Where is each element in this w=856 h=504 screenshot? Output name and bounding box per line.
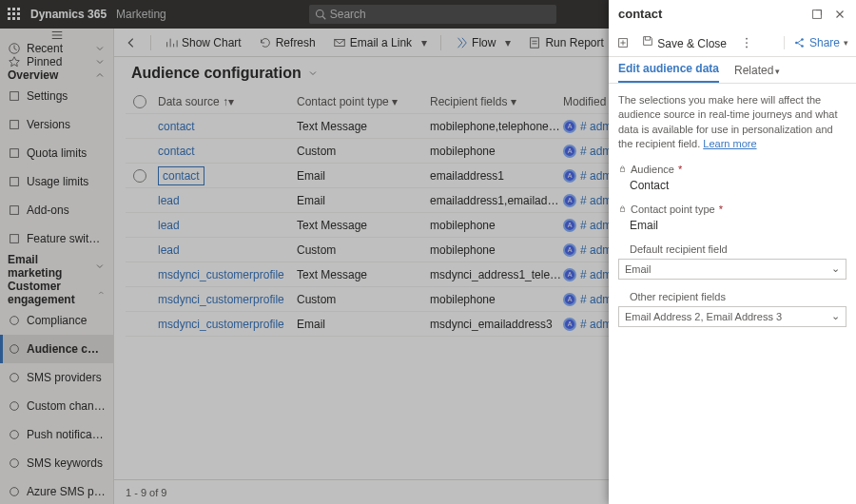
sidebar-item[interactable]: Feature switches	[0, 224, 113, 253]
data-source-link[interactable]: msdynci_customerprofile	[158, 293, 284, 306]
svg-rect-21	[813, 10, 822, 18]
chevron-up-icon	[94, 69, 106, 81]
nav-icon	[8, 399, 21, 413]
sidebar-group-email-marketing[interactable]: Email marketing	[0, 253, 113, 280]
svg-rect-4	[10, 121, 19, 129]
tab-edit-audience-data[interactable]: Edit audience data	[618, 62, 719, 83]
avatar-icon: A	[563, 120, 576, 133]
share-icon	[792, 36, 806, 49]
sidebar-item[interactable]: Audience configu...	[0, 335, 113, 363]
col-header-data-source[interactable]: Data source ↑▾	[154, 95, 297, 108]
nav-icon	[8, 175, 21, 188]
data-source-link[interactable]: lead	[158, 243, 180, 257]
select-all-radio[interactable]	[133, 95, 146, 108]
hamburger-button[interactable]	[0, 29, 113, 42]
search-input[interactable]: Search	[309, 5, 556, 24]
tab-related[interactable]: Related▾	[734, 64, 780, 83]
svg-point-23	[746, 37, 748, 39]
svg-rect-3	[10, 92, 19, 101]
field-audience-value: Contact	[618, 179, 846, 192]
chevron-down-icon	[94, 261, 106, 272]
data-source-link[interactable]: lead	[158, 219, 180, 232]
field-cpt-value: Email	[618, 219, 846, 232]
refresh-icon	[259, 36, 272, 49]
nav-icon	[8, 146, 21, 160]
sidebar-item[interactable]: Settings	[0, 82, 113, 110]
show-chart-button[interactable]: Show Chart	[159, 29, 247, 56]
email-link-button[interactable]: Email a Link▾	[327, 29, 433, 56]
new-record-icon[interactable]	[616, 36, 630, 49]
sidebar-item[interactable]: SMS keywords	[0, 449, 113, 477]
sidebar-pinned[interactable]: Pinned	[0, 55, 113, 68]
sidebar-item[interactable]: Quota limits	[0, 139, 113, 167]
svg-point-13	[10, 431, 19, 439]
col-header-recipient-fields[interactable]: Recipient fields ▾	[430, 95, 563, 108]
svg-point-15	[10, 488, 19, 496]
flow-icon	[455, 36, 468, 49]
other-recipient-fields-select[interactable]: Email Address 2, Email Address 3⌄	[618, 306, 846, 327]
avatar-icon: A	[563, 268, 576, 281]
svg-rect-29	[620, 168, 625, 171]
sidebar-item[interactable]: Custom channels	[0, 392, 113, 420]
lock-icon	[618, 165, 627, 173]
col-header-contact-point-type[interactable]: Contact point type ▾	[297, 95, 430, 108]
back-button[interactable]	[120, 36, 143, 49]
avatar-icon: A	[563, 318, 576, 331]
svg-rect-6	[10, 178, 19, 186]
svg-point-27	[801, 38, 804, 41]
mail-icon	[333, 36, 346, 49]
app-launcher-icon[interactable]	[8, 8, 21, 21]
svg-point-9	[10, 317, 19, 325]
data-source-link[interactable]: msdynci_customerprofile	[158, 268, 284, 281]
share-button[interactable]: Share ▾	[784, 36, 848, 49]
default-recipient-field-select[interactable]: Email⌄	[618, 259, 846, 280]
sidebar-item[interactable]: SMS providers	[0, 363, 113, 392]
svg-rect-30	[620, 208, 625, 211]
avatar-icon: A	[563, 145, 576, 158]
sidebar-group-customer-engagement[interactable]: Customer engagement	[0, 280, 113, 306]
row-radio[interactable]	[133, 169, 146, 183]
clock-icon	[8, 42, 21, 55]
sidebar-item[interactable]: Azure SMS preview	[0, 477, 113, 504]
pin-icon	[8, 55, 21, 68]
popout-icon[interactable]	[810, 8, 824, 21]
avatar-icon: A	[563, 194, 576, 207]
chevron-down-icon[interactable]	[307, 68, 319, 79]
chevron-up-icon	[97, 287, 106, 299]
data-source-link[interactable]: contact	[158, 166, 204, 185]
sidebar-item[interactable]: Usage limits	[0, 167, 113, 196]
data-source-link[interactable]: contact	[158, 120, 195, 133]
brand-label: Dynamics 365	[30, 8, 107, 21]
lock-icon	[618, 204, 627, 213]
avatar-icon: A	[563, 243, 576, 257]
sidebar-item[interactable]: Push notifications	[0, 420, 113, 449]
svg-rect-5	[10, 149, 19, 158]
svg-rect-19	[531, 37, 539, 48]
sidebar-group-overview[interactable]: Overview	[0, 68, 113, 82]
sidebar-recent[interactable]: Recent	[0, 42, 113, 55]
svg-point-25	[746, 46, 748, 48]
nav-icon	[8, 342, 21, 356]
module-label: Marketing	[116, 8, 166, 21]
close-icon[interactable]	[833, 8, 846, 21]
nav-icon	[8, 371, 21, 384]
sidebar-item[interactable]: Add-ons	[0, 196, 113, 224]
nav-icon	[8, 204, 21, 217]
overflow-icon[interactable]	[740, 36, 753, 49]
nav-icon	[8, 456, 21, 470]
sidebar-item[interactable]: Versions	[0, 110, 113, 139]
chevron-down-icon	[94, 43, 106, 54]
data-source-link[interactable]: contact	[158, 145, 195, 158]
refresh-button[interactable]: Refresh	[253, 29, 321, 56]
avatar-icon: A	[563, 219, 576, 232]
save-close-button[interactable]: Save & Close	[641, 34, 727, 50]
nav-icon	[8, 485, 21, 498]
learn-more-link[interactable]: Learn more	[703, 138, 756, 149]
data-source-link[interactable]: lead	[158, 194, 180, 207]
svg-rect-8	[10, 235, 19, 243]
nav-icon	[8, 314, 21, 327]
data-source-link[interactable]: msdynci_customerprofile	[158, 318, 284, 331]
flow-button[interactable]: Flow▾	[449, 29, 516, 56]
sidebar-item[interactable]: Compliance	[0, 306, 113, 335]
nav-icon	[8, 89, 21, 103]
